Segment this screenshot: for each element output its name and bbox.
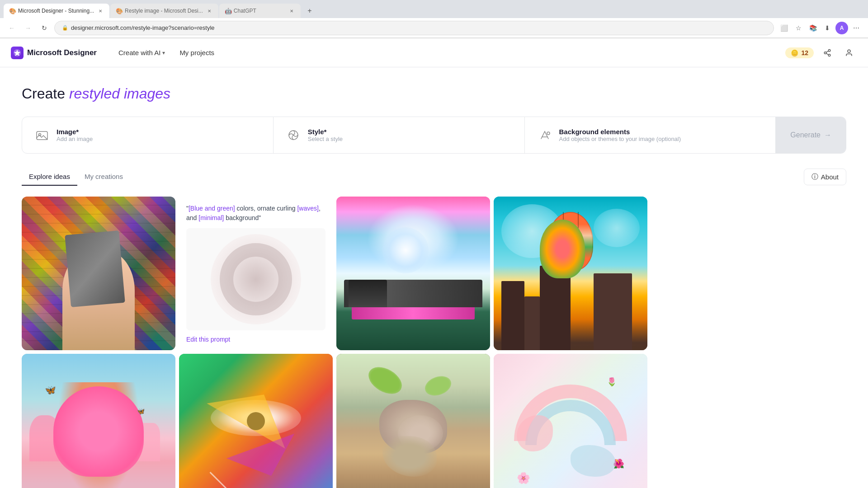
background-option-sub: Add objects or themes to your image (opt… (559, 136, 681, 142)
tab-my-creations[interactable]: My creations (77, 168, 130, 186)
generate-label: Generate (790, 131, 821, 139)
new-tab-button[interactable]: + (303, 5, 316, 17)
app-logo[interactable]: Microsoft Designer (11, 47, 97, 59)
reload-button[interactable]: ↻ (38, 22, 51, 34)
tab-favicon-3: 🤖 (225, 8, 231, 14)
generate-icon: → (824, 131, 831, 139)
style-option-sub: Select a style (308, 136, 343, 142)
address-bar: ← → ↻ 🔒 designer.microsoft.com/restyle-i… (0, 18, 868, 38)
pastel-overlay (494, 354, 647, 488)
nav-create-ai[interactable]: Create with AI ▾ (111, 45, 172, 60)
image-option-label: Image* (57, 128, 93, 136)
option-image[interactable]: Image* Add an image (22, 117, 274, 153)
svg-point-3 (828, 54, 830, 56)
about-button[interactable]: ⓘ About (804, 169, 846, 185)
about-label: About (821, 173, 839, 181)
gallery-grid: "[Blue and green] colors, ornate curling… (22, 197, 846, 488)
tab-close-3[interactable]: ✕ (288, 7, 295, 14)
user-button[interactable] (841, 45, 857, 61)
tab-bar: 🎨 Microsoft Designer - Stunning... ✕ 🎨 R… (0, 0, 868, 18)
logo-text: Microsoft Designer (27, 48, 97, 57)
menu-button[interactable]: ⋯ (850, 22, 863, 34)
balloon-overlay (494, 197, 647, 350)
svg-point-1 (828, 49, 830, 52)
tabs-row: Explore ideas My creations ⓘ About (22, 168, 846, 186)
gallery-item-prompt[interactable]: "[Blue and green] colors, ornate curling… (179, 197, 333, 350)
prompt-tag2: [waves] (297, 205, 318, 212)
svg-point-2 (824, 52, 826, 54)
url-bar[interactable]: 🔒 designer.microsoft.com/restyle-image?s… (54, 21, 774, 35)
image-option-icon (33, 126, 51, 144)
gallery-item-surreal[interactable] (336, 354, 490, 488)
page-title: Create restyled images (22, 85, 846, 102)
style-option-icon (284, 126, 302, 144)
coin-icon: 🪙 (791, 49, 798, 56)
svg-point-6 (848, 50, 850, 52)
browser-chrome: 🎨 Microsoft Designer - Stunning... ✕ 🎨 R… (0, 0, 868, 38)
swirl-graphic (211, 234, 301, 324)
back-button[interactable]: ← (5, 22, 18, 34)
coins-count: 12 (801, 49, 808, 56)
gallery-item-balloon[interactable] (494, 197, 647, 350)
tab-favicon-2: 🎨 (116, 8, 122, 14)
surreal-overlay (336, 354, 490, 488)
header-actions: 🪙 12 (785, 45, 857, 61)
about-icon: ⓘ (811, 173, 818, 181)
tab-title-2: Restyle image - Microsoft Desi... (125, 8, 203, 14)
prompt-text: "[Blue and green] colors, ornate curling… (186, 204, 326, 223)
bookmark-list-button[interactable]: 📚 (807, 22, 819, 34)
options-bar: Image* Add an image Style* Select a styl… (22, 117, 846, 154)
tab-close-2[interactable]: ✕ (206, 7, 213, 14)
main-content: Create restyled images Image* Add an ima… (0, 67, 868, 488)
profile-button[interactable]: A (835, 22, 848, 34)
url-text: designer.microsoft.com/restyle-image?sce… (71, 24, 215, 31)
svg-line-4 (826, 53, 828, 55)
gallery-item-train[interactable] (336, 197, 490, 350)
background-option-icon (536, 126, 554, 144)
prompt-tag3: [minimal] (198, 214, 224, 221)
generate-button[interactable]: Generate → (776, 117, 846, 153)
tab-title-1: Microsoft Designer - Stunning... (18, 8, 94, 14)
tab-close-1[interactable]: ✕ (97, 7, 104, 14)
nav-create-ai-label: Create with AI (118, 49, 160, 56)
tab-3[interactable]: 🤖 ChatGPT ✕ (219, 4, 301, 18)
prompt-text2: colors, ornate curling (235, 205, 297, 212)
bookmark-button[interactable]: ☆ (792, 22, 805, 34)
gallery-item-art1[interactable] (22, 197, 175, 350)
tab-active[interactable]: 🎨 Microsoft Designer - Stunning... ✕ (4, 4, 109, 18)
image-option-sub: Add an image (57, 136, 93, 142)
lock-icon: 🔒 (62, 25, 68, 31)
app-header: Microsoft Designer Create with AI ▾ My p… (0, 38, 868, 67)
option-style[interactable]: Style* Select a style (274, 117, 525, 153)
gallery-item-geometric[interactable] (179, 354, 333, 488)
prompt-card: "[Blue and green] colors, ornate curling… (179, 197, 333, 350)
logo-icon (11, 47, 24, 59)
image-option-text: Image* Add an image (57, 128, 93, 142)
forward-button[interactable]: → (22, 22, 34, 34)
tab-title-3: ChatGPT (234, 8, 285, 14)
screenshot-button[interactable]: ⬜ (778, 22, 790, 34)
hijab-overlay (22, 354, 175, 488)
coins-badge[interactable]: 🪙 12 (785, 47, 814, 58)
art1-overlay (22, 197, 175, 350)
page-title-prefix: Create (22, 85, 69, 102)
page-title-highlight: restyled images (69, 85, 170, 102)
tab-explore-ideas[interactable]: Explore ideas (22, 168, 77, 186)
geometric-overlay (179, 354, 333, 488)
nav-create-ai-chevron: ▾ (162, 50, 165, 56)
svg-point-10 (547, 132, 550, 135)
option-background[interactable]: Background elements Add objects or theme… (525, 117, 776, 153)
share-button[interactable] (819, 45, 835, 61)
tab-2[interactable]: 🎨 Restyle image - Microsoft Desi... ✕ (110, 4, 218, 18)
style-option-text: Style* Select a style (308, 128, 343, 142)
gallery-item-hijab[interactable]: 🦋 🦋 (22, 354, 175, 488)
edit-prompt-button[interactable]: Edit this prompt (186, 336, 326, 343)
background-option-text: Background elements Add objects or theme… (559, 128, 681, 142)
gallery-item-pastel[interactable]: 🌸 🌷 🌺 (494, 354, 647, 488)
prompt-text4: background" (224, 214, 261, 221)
prompt-tag1: [Blue and green] (189, 205, 235, 212)
train-overlay (336, 197, 490, 350)
nav-my-projects[interactable]: My projects (172, 45, 222, 60)
browser-actions: ⬜ ☆ 📚 ⬇ A ⋯ (778, 22, 863, 34)
download-button[interactable]: ⬇ (821, 22, 834, 34)
